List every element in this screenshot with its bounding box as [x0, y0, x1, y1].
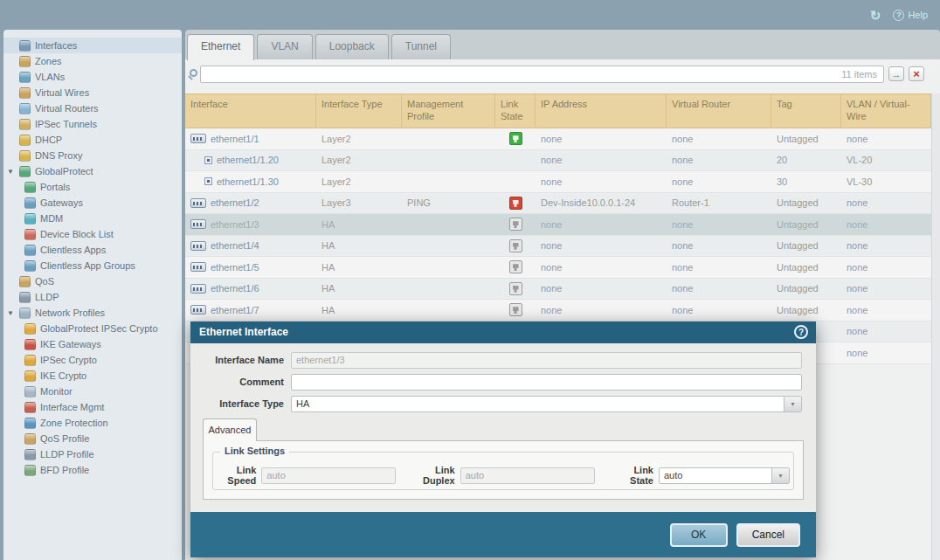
tab-ethernet[interactable]: Ethernet	[187, 34, 254, 60]
sidebar-item-portals[interactable]: Portals	[3, 179, 182, 195]
cell-virtual-router: none	[667, 279, 771, 300]
expand-triangle-icon[interactable]: ▼	[7, 168, 19, 176]
subinterface-icon	[204, 156, 212, 164]
table-row[interactable]: ethernet1/4HAnonenoneUntaggednone	[185, 236, 931, 258]
interface-link[interactable]: ethernet1/7	[211, 305, 259, 315]
sidebar-item-label: BFD Profile	[40, 465, 89, 475]
column-header-management-profile[interactable]: Management Profile	[402, 94, 495, 128]
interface-link[interactable]: ethernet1/1.30	[217, 176, 279, 187]
sidebar-item-clientless-app-groups[interactable]: Clientless App Groups	[3, 258, 182, 273]
cell-ip-address: none	[536, 150, 667, 171]
sidebar-item-zone-protection[interactable]: Zone Protection	[3, 415, 182, 431]
table-row[interactable]: ethernet1/5HAnonenoneUntaggednone	[185, 257, 931, 279]
sidebar-item-dhcp[interactable]: DHCP	[3, 132, 182, 148]
help-button[interactable]: ? Help	[893, 10, 928, 21]
table-row[interactable]: ethernet1/2Layer3PINGDev-Inside10.0.0.1-…	[185, 193, 931, 215]
clientless-apps-icon	[24, 245, 36, 256]
chevron-down-icon: ▼	[771, 468, 789, 483]
network-profiles-icon	[19, 308, 31, 319]
sidebar-item-label: IKE Gateways	[40, 339, 101, 349]
cell-ip-address: none	[536, 257, 667, 278]
interface-link[interactable]: ethernet1/3	[211, 219, 259, 230]
cell-link-state	[495, 214, 536, 235]
dns-proxy-icon	[19, 150, 31, 162]
sidebar-item-lldp-profile[interactable]: LLDP Profile	[3, 446, 182, 462]
column-header-ip-address[interactable]: IP Address	[536, 94, 667, 128]
cancel-button[interactable]: Cancel	[736, 523, 800, 547]
cell-tag: Untagged	[771, 214, 841, 235]
sidebar-item-virtual-routers[interactable]: Virtual Routers	[3, 100, 182, 116]
column-header-interface-type[interactable]: Interface Type	[316, 94, 402, 128]
column-header-link-state[interactable]: Link State	[495, 94, 536, 128]
sidebar-item-zones[interactable]: Zones	[3, 53, 182, 69]
tab-loopback[interactable]: Loopback	[315, 34, 389, 59]
table-scrollbar[interactable]	[931, 93, 940, 560]
comment-field[interactable]	[291, 374, 802, 391]
dialog-title: Ethernet Interface	[190, 321, 816, 343]
filter-toolbar: 11 items → ×	[185, 59, 931, 89]
sidebar-item-mdm[interactable]: MDM	[3, 211, 182, 226]
sidebar-item-monitor[interactable]: Monitor	[3, 384, 182, 399]
table-row[interactable]: ethernet1/7HAnonenoneUntaggednone	[185, 300, 931, 321]
sidebar-item-dns-proxy[interactable]: DNS Proxy	[3, 148, 182, 163]
table-row[interactable]: ethernet1/1.30Layer2nonenone30VL-30	[185, 171, 931, 193]
sidebar-item-vlans[interactable]: VLANs	[3, 69, 182, 85]
link-state-select[interactable]: auto ▼	[659, 467, 790, 484]
interface-type-select[interactable]: HA ▼	[291, 396, 802, 412]
sidebar-item-globalprotect-ipsec-crypto[interactable]: GlobalProtect IPSec Crypto	[3, 321, 182, 336]
bfd-profile-icon	[24, 465, 36, 476]
sidebar-item-label: Device Block List	[40, 229, 114, 239]
column-header-vlan-virtual-wire[interactable]: VLAN / Virtual-Wire	[841, 94, 931, 128]
sidebar-item-ipsec-crypto[interactable]: IPSec Crypto	[3, 352, 182, 368]
sidebar-item-interface-mgmt[interactable]: Interface Mgmt	[3, 399, 182, 415]
cell-virtual-router: none	[667, 171, 771, 192]
sidebar-item-clientless-apps[interactable]: Clientless Apps	[3, 242, 182, 258]
sidebar-item-interfaces[interactable]: Interfaces	[3, 38, 182, 53]
interface-link[interactable]: ethernet1/1.20	[217, 155, 279, 165]
sidebar-item-globalprotect[interactable]: ▼GlobalProtect	[3, 163, 182, 179]
refresh-button[interactable]: ↻	[870, 9, 881, 22]
interface-type-label: Interface Type	[201, 398, 291, 409]
cell-management-profile	[402, 300, 495, 321]
sidebar-item-qos[interactable]: QoS	[3, 273, 182, 289]
tab-tunnel[interactable]: Tunnel	[391, 34, 451, 59]
sidebar-item-qos-profile[interactable]: QoS Profile	[3, 431, 182, 446]
interface-link[interactable]: ethernet1/4	[211, 240, 259, 251]
dialog-help-icon[interactable]: ?	[794, 325, 808, 339]
gateways-icon	[24, 197, 36, 209]
column-header-interface[interactable]: Interface	[185, 94, 316, 128]
sidebar-item-device-block-list[interactable]: Device Block List	[3, 226, 182, 242]
ok-button[interactable]: OK	[670, 523, 728, 547]
cell-link-state	[495, 150, 536, 171]
table-row[interactable]: ethernet1/6HAnonenoneUntaggednone	[185, 279, 931, 301]
interface-link[interactable]: ethernet1/5	[211, 262, 259, 273]
sidebar-item-label: LLDP Profile	[40, 449, 94, 460]
sidebar-item-ike-gateways[interactable]: IKE Gateways	[3, 336, 182, 352]
column-header-virtual-router[interactable]: Virtual Router	[667, 94, 771, 128]
tab-advanced[interactable]: Advanced	[203, 418, 257, 441]
sidebar-item-ike-crypto[interactable]: IKE Crypto	[3, 368, 182, 384]
cell-interface: ethernet1/6	[185, 279, 316, 300]
table-row[interactable]: ethernet1/1Layer2nonenoneUntaggednone	[185, 128, 931, 150]
cell-vlan-virtual-wire: none	[841, 236, 931, 257]
interface-link[interactable]: ethernet1/6	[211, 283, 259, 294]
expand-triangle-icon[interactable]: ▼	[7, 309, 19, 317]
cell-virtual-router: none	[667, 150, 771, 171]
sidebar-item-gateways[interactable]: Gateways	[3, 195, 182, 211]
table-row[interactable]: ethernet1/1.20Layer2nonenone20VL-20	[185, 150, 931, 172]
tab-vlan[interactable]: VLAN	[257, 34, 312, 59]
search-input[interactable]	[200, 66, 884, 83]
clear-filter-button[interactable]: ×	[909, 66, 924, 81]
sidebar-item-lldp[interactable]: LLDP	[3, 289, 182, 305]
sidebar-item-label: Clientless App Groups	[40, 260, 135, 271]
table-row[interactable]: ethernet1/3HAnonenoneUntaggednone	[185, 214, 931, 236]
sidebar-item-bfd-profile[interactable]: BFD Profile	[3, 462, 182, 478]
cell-interface: ethernet1/1	[185, 128, 316, 149]
column-header-tag[interactable]: Tag	[771, 94, 841, 128]
sidebar-item-network-profiles[interactable]: ▼Network Profiles	[3, 305, 182, 321]
interface-link[interactable]: ethernet1/1	[211, 134, 259, 144]
sidebar-item-ipsec-tunnels[interactable]: IPSec Tunnels	[3, 116, 182, 132]
interface-link[interactable]: ethernet1/2	[211, 197, 259, 208]
apply-filter-button[interactable]: →	[888, 66, 904, 81]
sidebar-item-virtual-wires[interactable]: Virtual Wires	[3, 85, 182, 100]
